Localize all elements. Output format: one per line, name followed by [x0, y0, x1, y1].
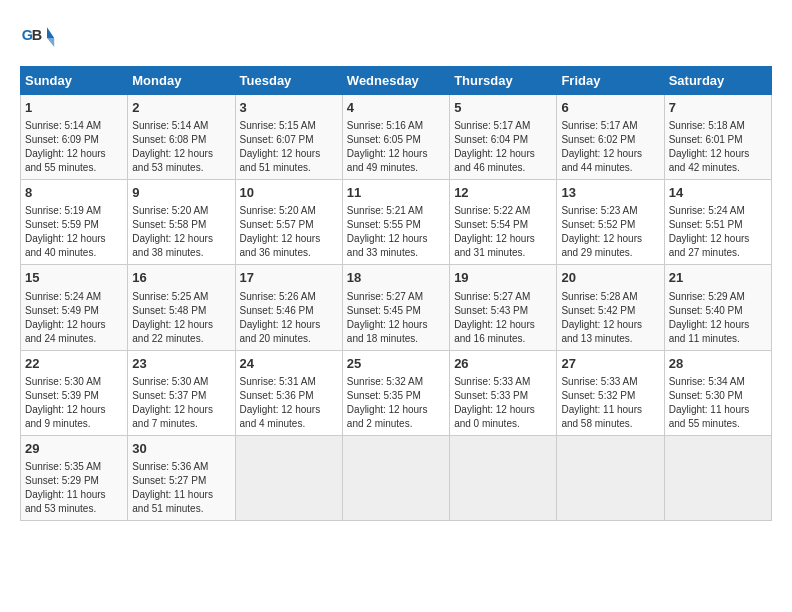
calendar-week-5: 29Sunrise: 5:35 AMSunset: 5:29 PMDayligh… — [21, 435, 772, 520]
calendar-cell-12: 12Sunrise: 5:22 AMSunset: 5:54 PMDayligh… — [450, 180, 557, 265]
weekday-header-thursday: Thursday — [450, 67, 557, 95]
weekday-header-friday: Friday — [557, 67, 664, 95]
logo-icon: G B — [20, 20, 56, 56]
calendar-cell-25: 25Sunrise: 5:32 AMSunset: 5:35 PMDayligh… — [342, 350, 449, 435]
calendar-cell-16: 16Sunrise: 5:25 AMSunset: 5:48 PMDayligh… — [128, 265, 235, 350]
calendar-cell-20: 20Sunrise: 5:28 AMSunset: 5:42 PMDayligh… — [557, 265, 664, 350]
page-header: G B — [20, 20, 772, 56]
calendar-cell-empty — [450, 435, 557, 520]
calendar-cell-30: 30Sunrise: 5:36 AMSunset: 5:27 PMDayligh… — [128, 435, 235, 520]
calendar-cell-10: 10Sunrise: 5:20 AMSunset: 5:57 PMDayligh… — [235, 180, 342, 265]
calendar-cell-empty — [235, 435, 342, 520]
logo: G B — [20, 20, 60, 56]
calendar-cell-26: 26Sunrise: 5:33 AMSunset: 5:33 PMDayligh… — [450, 350, 557, 435]
calendar-cell-19: 19Sunrise: 5:27 AMSunset: 5:43 PMDayligh… — [450, 265, 557, 350]
calendar-cell-27: 27Sunrise: 5:33 AMSunset: 5:32 PMDayligh… — [557, 350, 664, 435]
calendar-table: SundayMondayTuesdayWednesdayThursdayFrid… — [20, 66, 772, 521]
calendar-cell-28: 28Sunrise: 5:34 AMSunset: 5:30 PMDayligh… — [664, 350, 771, 435]
weekday-header-monday: Monday — [128, 67, 235, 95]
calendar-cell-7: 7Sunrise: 5:18 AMSunset: 6:01 PMDaylight… — [664, 95, 771, 180]
weekday-header-tuesday: Tuesday — [235, 67, 342, 95]
calendar-week-1: 1Sunrise: 5:14 AMSunset: 6:09 PMDaylight… — [21, 95, 772, 180]
calendar-cell-9: 9Sunrise: 5:20 AMSunset: 5:58 PMDaylight… — [128, 180, 235, 265]
svg-text:B: B — [32, 27, 42, 43]
calendar-cell-23: 23Sunrise: 5:30 AMSunset: 5:37 PMDayligh… — [128, 350, 235, 435]
calendar-cell-11: 11Sunrise: 5:21 AMSunset: 5:55 PMDayligh… — [342, 180, 449, 265]
svg-marker-3 — [47, 38, 54, 47]
calendar-cell-empty — [664, 435, 771, 520]
calendar-cell-17: 17Sunrise: 5:26 AMSunset: 5:46 PMDayligh… — [235, 265, 342, 350]
calendar-cell-14: 14Sunrise: 5:24 AMSunset: 5:51 PMDayligh… — [664, 180, 771, 265]
calendar-week-3: 15Sunrise: 5:24 AMSunset: 5:49 PMDayligh… — [21, 265, 772, 350]
weekday-header-row: SundayMondayTuesdayWednesdayThursdayFrid… — [21, 67, 772, 95]
calendar-cell-5: 5Sunrise: 5:17 AMSunset: 6:04 PMDaylight… — [450, 95, 557, 180]
weekday-header-saturday: Saturday — [664, 67, 771, 95]
weekday-header-sunday: Sunday — [21, 67, 128, 95]
calendar-cell-13: 13Sunrise: 5:23 AMSunset: 5:52 PMDayligh… — [557, 180, 664, 265]
calendar-cell-15: 15Sunrise: 5:24 AMSunset: 5:49 PMDayligh… — [21, 265, 128, 350]
calendar-cell-1: 1Sunrise: 5:14 AMSunset: 6:09 PMDaylight… — [21, 95, 128, 180]
calendar-cell-29: 29Sunrise: 5:35 AMSunset: 5:29 PMDayligh… — [21, 435, 128, 520]
calendar-week-4: 22Sunrise: 5:30 AMSunset: 5:39 PMDayligh… — [21, 350, 772, 435]
calendar-cell-2: 2Sunrise: 5:14 AMSunset: 6:08 PMDaylight… — [128, 95, 235, 180]
calendar-cell-empty — [557, 435, 664, 520]
calendar-cell-6: 6Sunrise: 5:17 AMSunset: 6:02 PMDaylight… — [557, 95, 664, 180]
svg-marker-2 — [47, 27, 54, 38]
calendar-cell-24: 24Sunrise: 5:31 AMSunset: 5:36 PMDayligh… — [235, 350, 342, 435]
calendar-cell-22: 22Sunrise: 5:30 AMSunset: 5:39 PMDayligh… — [21, 350, 128, 435]
calendar-cell-8: 8Sunrise: 5:19 AMSunset: 5:59 PMDaylight… — [21, 180, 128, 265]
calendar-cell-18: 18Sunrise: 5:27 AMSunset: 5:45 PMDayligh… — [342, 265, 449, 350]
calendar-cell-4: 4Sunrise: 5:16 AMSunset: 6:05 PMDaylight… — [342, 95, 449, 180]
weekday-header-wednesday: Wednesday — [342, 67, 449, 95]
calendar-cell-empty — [342, 435, 449, 520]
calendar-cell-3: 3Sunrise: 5:15 AMSunset: 6:07 PMDaylight… — [235, 95, 342, 180]
calendar-cell-21: 21Sunrise: 5:29 AMSunset: 5:40 PMDayligh… — [664, 265, 771, 350]
calendar-week-2: 8Sunrise: 5:19 AMSunset: 5:59 PMDaylight… — [21, 180, 772, 265]
